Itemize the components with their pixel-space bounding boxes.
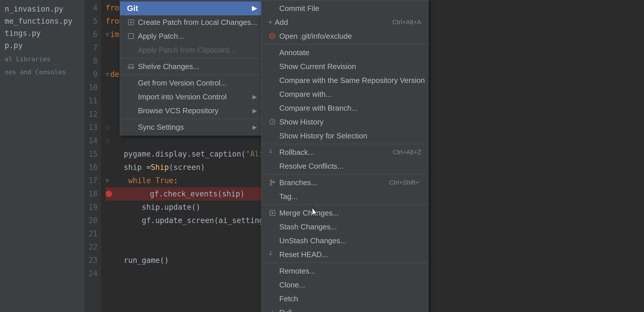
merge-changes-item[interactable]: Merge Changes...: [261, 206, 428, 220]
browse-submenu-arrow: ▶: [252, 107, 257, 114]
unstash-changes-label: UnStash Changes...: [279, 236, 347, 245]
reset-head-item[interactable]: Reset HEAD...: [261, 248, 428, 261]
open-git-exclude-item[interactable]: Open .git/info/exclude: [261, 29, 428, 43]
stash-changes-label: Stash Changes...: [279, 222, 337, 231]
compare-with-item[interactable]: Compare with...: [261, 87, 428, 101]
apply-patch-item[interactable]: Apply Patch...: [120, 29, 264, 43]
shelve-changes-label: Shelve Changes...: [138, 62, 199, 71]
actions-separator-1: [261, 44, 428, 44]
patch-icon: [127, 18, 135, 26]
fetch-icon: [268, 295, 276, 303]
sync-icon: [127, 123, 135, 131]
annotate-icon: [268, 49, 276, 57]
branches-label: Branches...: [279, 178, 317, 187]
shelve-changes-item[interactable]: Shelve Changes...: [120, 60, 264, 73]
sidebar-item-1[interactable]: me_functions.py: [0, 15, 83, 27]
show-current-revision-label: Show Current Revision: [279, 62, 356, 71]
clone-icon: [268, 281, 276, 289]
sidebar-panel: n_invasion.py me_functions.py tings.py p…: [0, 0, 84, 312]
plus-icon: +: [268, 18, 272, 26]
vcs-icon: [127, 79, 135, 87]
branches-icon: [268, 179, 276, 187]
import-vcs-item[interactable]: Import into Version Control ▶: [120, 90, 264, 104]
add-item[interactable]: + Add Ctrl+Alt+A: [261, 15, 428, 29]
sync-submenu-arrow: ▶: [252, 124, 257, 131]
pull-item[interactable]: Pull...: [261, 306, 428, 312]
apply-patch-clipboard-label: Apply Patch from Clipboard...: [138, 46, 235, 55]
merge-icon: [268, 209, 276, 217]
sidebar-item-4: al Libraries: [0, 51, 83, 64]
compare-branch-item[interactable]: Compare with Branch...: [261, 101, 428, 115]
line-numbers: 4 5 6 7 8 9 10 11 12 13 14 15 16 17 18 1…: [84, 0, 101, 312]
sidebar-item-5: nes and Consoles: [0, 64, 83, 77]
reset-icon: [268, 250, 276, 259]
compare-same-repo-label: Compare with the Same Repository Version: [279, 76, 425, 85]
remotes-item[interactable]: Remotes...: [261, 264, 428, 278]
sync-settings-item[interactable]: Sync Settings ▶: [120, 120, 264, 134]
resolve-icon: [268, 162, 276, 170]
tag-item[interactable]: Tag...: [261, 190, 428, 203]
create-patch-item[interactable]: Create Patch from Local Changes...: [120, 15, 264, 29]
tag-icon: [268, 192, 276, 200]
stash-changes-item[interactable]: Stash Changes...: [261, 220, 428, 234]
sidebar-item-2[interactable]: tings.py: [0, 27, 83, 39]
svg-rect-3: [128, 34, 134, 39]
history-selection-icon: [268, 132, 276, 140]
rollback-icon: [268, 148, 276, 156]
annotate-item[interactable]: Annotate: [261, 46, 428, 60]
svg-point-8: [270, 180, 272, 182]
show-history-label: Show History: [279, 118, 323, 127]
stash-icon: [268, 223, 276, 231]
breakpoint-icon: [106, 191, 112, 197]
pull-icon: [268, 309, 276, 312]
shelve-icon: [127, 62, 135, 70]
reset-head-label: Reset HEAD...: [279, 250, 328, 259]
annotate-label: Annotate: [279, 48, 309, 57]
show-history-item[interactable]: Show History: [261, 115, 428, 129]
compare-same-repo-item[interactable]: Compare with the Same Repository Version: [261, 73, 428, 87]
clipboard-icon: [127, 46, 135, 54]
git-menu-title: Git: [127, 4, 138, 13]
compare-branch-label: Compare with Branch...: [279, 104, 358, 113]
branches-item[interactable]: Branches... Ctrl+Shift+`: [261, 176, 428, 190]
rollback-shortcut: Ctrl+Alt+Z: [393, 148, 421, 156]
apply-patch-label: Apply Patch...: [138, 32, 184, 41]
show-history-selection-item[interactable]: Show History for Selection: [261, 129, 428, 143]
commit-file-item[interactable]: Commit File: [261, 1, 428, 15]
svg-point-9: [270, 183, 272, 185]
add-shortcut: Ctrl+Alt+A: [392, 18, 421, 26]
git-menu-header[interactable]: Git ▶: [120, 1, 264, 15]
apply-patch-clipboard-item: Apply Patch from Clipboard...: [120, 43, 264, 57]
import-submenu-arrow: ▶: [252, 93, 257, 100]
import-icon: [127, 93, 135, 101]
fetch-label: Fetch: [279, 294, 298, 303]
sidebar-item-3[interactable]: p.py: [0, 39, 83, 51]
add-label: Add: [275, 18, 288, 27]
remotes-icon: [268, 267, 276, 275]
branches-shortcut: Ctrl+Shift+`: [389, 179, 421, 186]
actions-separator-2: [261, 144, 428, 144]
get-from-vcs-item[interactable]: Get from Version Control...: [120, 76, 264, 90]
compare-with-label: Compare with...: [279, 90, 332, 99]
commit-icon: [268, 4, 276, 12]
show-current-revision-item[interactable]: Show Current Revision: [261, 60, 428, 73]
browse-vcs-item[interactable]: Browse VCS Repository ▶: [120, 104, 264, 118]
git-context-menu: Git ▶ Create Patch from Local Changes...…: [120, 0, 264, 135]
separator-3: [120, 119, 264, 119]
browse-vcs-label: Browse VCS Repository: [138, 106, 218, 115]
open-git-exclude-label: Open .git/info/exclude: [279, 32, 352, 41]
fetch-item[interactable]: Fetch: [261, 292, 428, 306]
resolve-conflicts-item[interactable]: Resolve Conflicts...: [261, 159, 428, 173]
sidebar-item-0[interactable]: n_invasion.py: [0, 3, 83, 15]
unstash-changes-item[interactable]: UnStash Changes...: [261, 234, 428, 248]
show-history-selection-label: Show History for Selection: [279, 131, 367, 140]
revision-icon: [268, 62, 276, 70]
rollback-item[interactable]: Rollback... Ctrl+Alt+Z: [261, 145, 428, 159]
compare-repo-icon: [268, 76, 276, 84]
get-from-vcs-label: Get from Version Control...: [138, 79, 227, 88]
submenu-arrow-icon: ▶: [252, 5, 257, 12]
merge-changes-label: Merge Changes...: [279, 209, 339, 218]
clone-item[interactable]: Clone...: [261, 278, 428, 292]
actions-separator-4: [261, 205, 428, 205]
actions-separator-5: [261, 263, 428, 263]
